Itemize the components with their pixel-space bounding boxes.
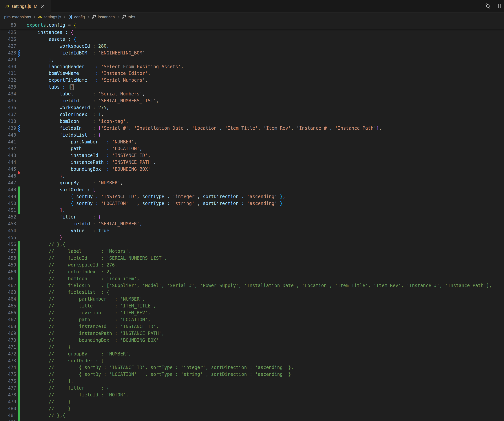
line-number[interactable]: 469 <box>0 330 16 337</box>
git-gutter-added[interactable] <box>18 371 20 378</box>
code-line[interactable]: 478 // fieldId : 'MOTOR', <box>0 392 504 398</box>
code-line[interactable]: 450 { sortBy : 'LOCATION' , sortType : '… <box>0 200 504 207</box>
git-gutter-added[interactable] <box>18 310 20 316</box>
git-gutter-added[interactable] <box>18 358 20 364</box>
code-line[interactable]: 469 // instancePath : 'INSTANCE_PATH', <box>0 330 504 337</box>
code-line[interactable]: 452 filter : { <box>0 214 504 221</box>
code-line[interactable]: 465 // title : 'ITEM_TITLE', <box>0 303 504 310</box>
code-line[interactable]: 433 tabs : [{ <box>0 84 504 91</box>
code-line[interactable]: 458 // fieldId : 'SERIAL_NUMBERS_LIST', <box>0 255 504 262</box>
code-line[interactable]: 445 boundingBox : 'BOUNDING_BOX' <box>0 166 504 173</box>
line-number[interactable]: 464 <box>0 296 16 303</box>
git-gutter-added[interactable] <box>18 207 20 214</box>
git-gutter-added[interactable] <box>18 193 20 200</box>
code-line[interactable]: 435 fieldId : 'SERIAL_NUMBERS_LIST', <box>0 97 504 104</box>
code-line[interactable]: 467 // path : 'LOCATION', <box>0 316 504 323</box>
git-gutter-modified[interactable] <box>18 125 20 132</box>
code-line[interactable]: 428 fieldIdBOM : 'ENGINEERING_BOM' <box>0 50 504 57</box>
git-gutter-added[interactable] <box>18 255 20 262</box>
line-number[interactable]: 427 <box>0 43 16 50</box>
git-gutter-added[interactable] <box>18 378 20 385</box>
code-line[interactable]: 460 // colorIndex : 2, <box>0 269 504 276</box>
line-number[interactable]: 442 <box>0 145 16 152</box>
git-gutter-added[interactable] <box>18 303 20 310</box>
code-line[interactable]: 457 // label : 'Motors', <box>0 248 504 255</box>
line-number[interactable]: 477 <box>0 385 16 392</box>
split-editor-icon[interactable] <box>495 3 501 9</box>
line-number[interactable]: 441 <box>0 139 16 145</box>
code-line[interactable]: 436 workspaceId : 275, <box>0 104 504 111</box>
line-number[interactable]: 428 <box>0 50 16 57</box>
line-number[interactable]: 426 <box>0 36 16 43</box>
line-number[interactable]: 457 <box>0 248 16 255</box>
line-number[interactable]: 479 <box>0 398 16 405</box>
line-number[interactable]: 466 <box>0 310 16 316</box>
git-gutter-added[interactable] <box>18 385 20 392</box>
line-number[interactable]: 448 <box>0 186 16 193</box>
code-line[interactable]: 468 // instanceId : 'INSTANCE_ID', <box>0 323 504 330</box>
code-editor[interactable]: 425 instances : {426 assets : {427 works… <box>0 29 504 421</box>
git-gutter-added[interactable] <box>18 241 20 248</box>
line-number[interactable]: 450 <box>0 200 16 207</box>
tab-settings-js[interactable]: JS settings.js M <box>0 0 51 12</box>
line-number[interactable]: 474 <box>0 364 16 371</box>
git-gutter-modified[interactable] <box>18 50 20 57</box>
code-line[interactable]: 454 value : true <box>0 228 504 234</box>
line-number[interactable]: 434 <box>0 91 16 97</box>
line-number[interactable]: 451 <box>0 207 16 214</box>
code-line[interactable]: 473 // sortOrder : [ <box>0 358 504 364</box>
code-line[interactable]: 447 groupBy : 'NUMBER', <box>0 180 504 186</box>
line-number[interactable]: 473 <box>0 358 16 364</box>
code-line[interactable]: 449 { sortBy : 'INSTANCE_ID', sortType :… <box>0 193 504 200</box>
line-number[interactable]: 467 <box>0 316 16 323</box>
code-line[interactable]: 471 // }, <box>0 344 504 351</box>
line-number[interactable]: 449 <box>0 193 16 200</box>
breadcrumb-item-settings-js[interactable]: JSsettings.js <box>38 15 61 19</box>
git-gutter-added[interactable] <box>18 276 20 282</box>
code-line[interactable]: 427 workspaceId : 280, <box>0 43 504 50</box>
git-gutter-added[interactable] <box>18 248 20 255</box>
git-gutter-added[interactable] <box>18 412 20 419</box>
code-line[interactable]: 425 instances : { <box>0 29 504 36</box>
code-line[interactable]: 438 bomIcon : 'icon-tag', <box>0 118 504 125</box>
code-line[interactable]: 443 instanceId : 'INSTANCE_ID', <box>0 152 504 159</box>
line-number[interactable]: 480 <box>0 405 16 412</box>
line-number[interactable]: 475 <box>0 371 16 378</box>
line-number[interactable]: 453 <box>0 221 16 228</box>
line-number[interactable]: 425 <box>0 29 16 36</box>
line-number[interactable]: 461 <box>0 276 16 282</box>
git-gutter-added[interactable] <box>18 316 20 323</box>
code-line[interactable]: 477 // filter : { <box>0 385 504 392</box>
code-line[interactable]: 429 }, <box>0 57 504 63</box>
git-gutter-added[interactable] <box>18 392 20 398</box>
git-gutter-added[interactable] <box>18 296 20 303</box>
code-line[interactable]: 441 partNumber : 'NUMBER', <box>0 139 504 145</box>
code-line[interactable]: 439 fieldsIn : ['Serial #', 'Installatio… <box>0 125 504 132</box>
code-line[interactable]: 446 }, <box>0 173 504 180</box>
line-number[interactable]: 430 <box>0 63 16 70</box>
line-number[interactable]: 462 <box>0 282 16 289</box>
git-gutter-added[interactable] <box>18 398 20 405</box>
git-gutter-added[interactable] <box>18 289 20 296</box>
git-gutter-added[interactable] <box>18 351 20 358</box>
code-line[interactable]: 459 // workspaceId : 276, <box>0 262 504 269</box>
code-line[interactable]: 432 exportFileName : 'Serial Numbers', <box>0 77 504 84</box>
line-number[interactable]: 468 <box>0 323 16 330</box>
line-number[interactable]: 432 <box>0 77 16 84</box>
git-gutter-added[interactable] <box>18 330 20 337</box>
line-number[interactable]: 440 <box>0 132 16 139</box>
line-number[interactable]: 429 <box>0 57 16 63</box>
breadcrumb-item-instances[interactable]: instances <box>92 15 115 19</box>
git-gutter-added[interactable] <box>18 262 20 269</box>
git-gutter-added[interactable] <box>18 200 20 207</box>
code-line[interactable]: 440 fieldsList : { <box>0 132 504 139</box>
code-line[interactable]: 482 <box>0 419 504 421</box>
breadcrumb-item-plm-extensions[interactable]: plm-extensions <box>4 15 31 19</box>
code-line[interactable]: 456 // },{ <box>0 241 504 248</box>
code-line[interactable]: 426 assets : { <box>0 36 504 43</box>
git-gutter-added[interactable] <box>18 344 20 351</box>
code-line[interactable]: 479 // } <box>0 398 504 405</box>
git-gutter-added[interactable] <box>18 405 20 412</box>
line-number[interactable]: 436 <box>0 104 16 111</box>
code-line[interactable]: 453 fieldId : 'SERIAL_NUMBER', <box>0 221 504 228</box>
